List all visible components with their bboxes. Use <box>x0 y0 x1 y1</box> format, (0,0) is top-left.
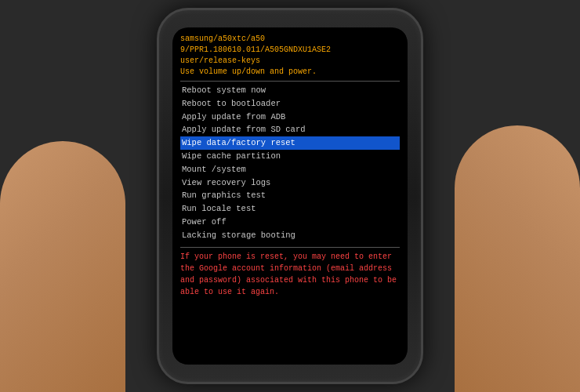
menu-item-11[interactable]: Lacking storage booting <box>180 229 400 242</box>
menu-item-2[interactable]: Apply update from ADB <box>180 111 400 124</box>
menu-item-4[interactable]: Wipe data/factory reset <box>180 136 400 150</box>
menu-item-3[interactable]: Apply update from SD card <box>180 123 400 136</box>
hand-left <box>0 141 125 392</box>
scene: samsung/a50xtc/a50 9/PPR1.180610.011/A50… <box>0 0 580 392</box>
menu-item-10[interactable]: Power off <box>180 216 400 229</box>
header-line-4: Use volume up/down and power. <box>180 67 400 78</box>
menu-item-0[interactable]: Reboot system now <box>180 84 400 97</box>
warning-section: If your phone is reset, you may need to … <box>180 247 400 298</box>
header-line-3: user/release-keys <box>180 56 400 67</box>
menu-item-7[interactable]: View recovery logs <box>180 176 400 190</box>
menu-item-5[interactable]: Wipe cache partition <box>180 150 400 163</box>
phone-outer: samsung/a50xtc/a50 9/PPR1.180610.011/A50… <box>157 8 423 384</box>
header-line-1: samsung/a50xtc/a50 <box>180 34 400 45</box>
menu-item-8[interactable]: Run graphics test <box>180 189 400 202</box>
header-line-2: 9/PPR1.180610.011/A505GNDXU1ASE2 <box>180 45 400 56</box>
phone-screen-bezel: samsung/a50xtc/a50 9/PPR1.180610.011/A50… <box>172 27 408 365</box>
menu-item-6[interactable]: Mount /system <box>180 163 400 176</box>
header-section: samsung/a50xtc/a50 9/PPR1.180610.011/A50… <box>180 34 400 82</box>
menu-item-9[interactable]: Run locale test <box>180 202 400 216</box>
warning-text: If your phone is reset, you may need to … <box>180 251 400 298</box>
hand-right <box>455 125 580 392</box>
recovery-screen: samsung/a50xtc/a50 9/PPR1.180610.011/A50… <box>174 29 406 363</box>
menu-item-1[interactable]: Reboot to bootloader <box>180 97 400 111</box>
menu-section: Reboot system nowReboot to bootloaderApp… <box>180 84 400 242</box>
